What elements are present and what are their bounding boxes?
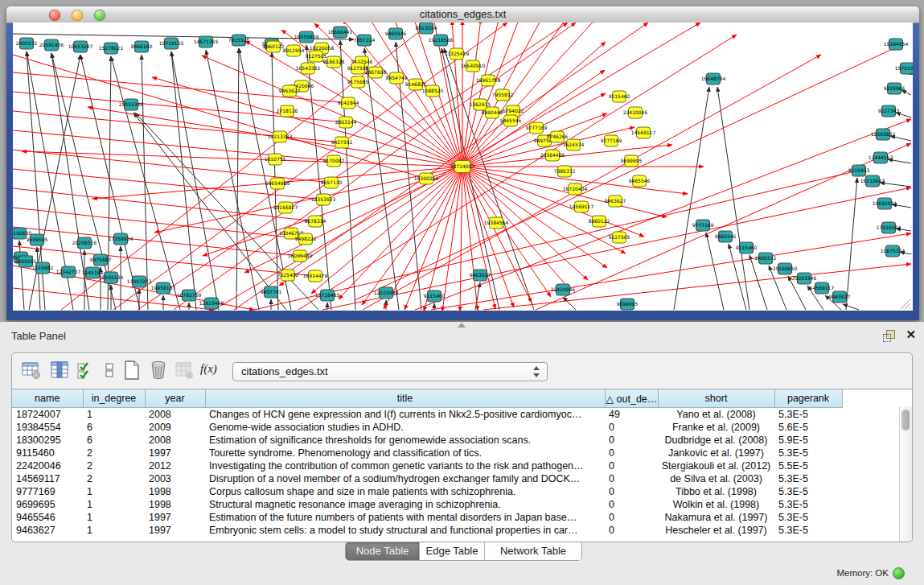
table-cell[interactable]: 1 (83, 524, 145, 537)
table-cell[interactable]: 1 (83, 511, 145, 524)
graph-node[interactable]: 12444153 (869, 152, 893, 163)
table-cell[interactable]: 5.3E-5 (774, 447, 842, 459)
table-cell[interactable]: Estimation of significance thresholds fo… (205, 434, 605, 447)
network-window-titlebar[interactable]: citations_edges.txt (6, 6, 919, 23)
table-vertical-scrollbar[interactable] (899, 406, 912, 542)
table-cell[interactable]: 0 (605, 498, 658, 511)
graph-node[interactable]: 10653287 (68, 41, 93, 52)
table-cell[interactable]: 0 (605, 524, 658, 537)
graph-node[interactable]: 8678314 (305, 216, 326, 227)
table-cell[interactable]: Hescheler et al. (1997) (658, 524, 774, 537)
table-cell[interactable]: 1997 (145, 447, 205, 459)
graph-node[interactable]: 19692971 (873, 198, 897, 209)
table-cell[interactable]: 2003 (145, 472, 205, 485)
graph-node[interactable]: 2405572 (16, 38, 38, 49)
column-header-name[interactable]: name (12, 389, 83, 408)
graph-node[interactable]: 9227343 (878, 105, 900, 117)
table-row[interactable]: 2242004622012Investigating the contribut… (12, 459, 900, 472)
tab-edge-table[interactable]: Edge Table (420, 542, 485, 560)
graph-node[interactable]: 29053346 (119, 99, 144, 110)
table-cell[interactable]: 9115460 (12, 447, 83, 459)
table-cell[interactable]: 0 (605, 421, 658, 434)
table-cell[interactable]: Tourette syndrome. Phenomenology and cla… (205, 447, 605, 459)
table-cell[interactable]: Stergiakouli et al. (2012) (658, 459, 774, 472)
table-cell[interactable]: 2012 (145, 459, 205, 472)
graph-node[interactable]: 14569117 (569, 201, 594, 212)
table-cell[interactable]: Structural magnetic resonance image aver… (205, 498, 605, 511)
graph-node[interactable]: 7625402 (277, 270, 299, 281)
graph-node[interactable]: 9127505 (609, 232, 630, 243)
table-cell[interactable]: Wolkin et al. (1998) (658, 498, 774, 511)
row-options-icon[interactable] (99, 360, 121, 382)
graph-node[interactable]: 12505135 (99, 272, 124, 283)
table-cell[interactable]: 1997 (145, 511, 205, 524)
table-cell[interactable]: de Silva et al. (2003) (658, 472, 774, 485)
table-cell[interactable]: Embryonic stem cells: a model to study s… (205, 524, 605, 537)
table-row[interactable]: 969969511998Structural magnetic resonanc… (12, 498, 900, 511)
graph-node[interactable]: 16666441 (328, 27, 353, 38)
graph-node[interactable]: 16648784 (701, 73, 726, 84)
table-cell[interactable]: Disruption of a novel member of a sodium… (205, 472, 605, 485)
graph-node[interactable]: 15751074 (895, 63, 913, 74)
table-cell[interactable]: 1 (83, 408, 145, 422)
graph-node[interactable]: 8657130 (321, 177, 343, 188)
table-cell[interactable]: 18724007 (12, 408, 83, 422)
table-cell[interactable]: 5.3E-5 (774, 498, 842, 511)
table-settings-icon[interactable] (21, 360, 43, 382)
table-cell[interactable]: 5.3E-5 (774, 511, 842, 524)
graph-node[interactable]: 8912954 (283, 45, 305, 56)
graph-node[interactable]: 1588520 (422, 85, 444, 97)
table-cell[interactable]: 0 (605, 434, 658, 447)
column-header-title[interactable]: title (205, 389, 605, 408)
graph-node[interactable]: 16640910 (461, 60, 486, 72)
table-cell[interactable]: 9699695 (12, 498, 83, 511)
table-row[interactable]: 977716911998Corpus callosum shape and si… (12, 485, 900, 498)
table-select-dropdown[interactable]: citations_edges.txt (232, 362, 548, 381)
table-cell[interactable]: Nakamura et al. (1997) (658, 511, 774, 524)
table-cell[interactable]: 5.3E-5 (774, 408, 842, 422)
table-row[interactable]: 911546021997Tourette syndrome. Phenomeno… (12, 447, 900, 459)
graph-node[interactable]: 8466160 (131, 41, 153, 52)
table-cell[interactable]: 2 (83, 447, 145, 459)
graph-node[interactable]: 7386372 (554, 166, 576, 177)
graph-node[interactable]: 16055809 (294, 31, 319, 43)
table-cell[interactable]: 2009 (145, 421, 205, 434)
graph-node[interactable]: 9329966 (884, 83, 906, 94)
table-cell[interactable]: 2 (83, 472, 145, 485)
table-cell[interactable]: 5.6E-5 (774, 421, 842, 434)
graph-node[interactable]: 9465546 (500, 115, 522, 126)
table-cell[interactable]: 6 (83, 434, 145, 447)
table-cell[interactable]: 5.3E-5 (774, 524, 842, 537)
graph-node[interactable]: 12342737 (56, 266, 81, 278)
table-row[interactable]: 946554611997Estimation of the future num… (12, 511, 900, 524)
graph-node[interactable]: 13325419 (445, 48, 470, 60)
table-cell[interactable]: 9777169 (12, 485, 83, 498)
graph-node[interactable]: 16961758 (476, 75, 501, 86)
graph-node[interactable]: 12353593 (311, 194, 336, 205)
table-cell[interactable]: 5.3E-5 (774, 472, 842, 485)
table-cell[interactable]: 0 (605, 485, 658, 498)
graph-node[interactable]: 15716485 (315, 290, 340, 301)
graph-node[interactable]: 16210643 (860, 175, 885, 187)
column-header-out_de[interactable]: △ out_de… (605, 389, 658, 408)
graph-node[interactable]: 19166827 (273, 202, 298, 213)
graph-node[interactable]: 12023448 (374, 287, 399, 299)
graph-node[interactable]: 9463627 (605, 196, 626, 207)
table-cell[interactable]: Estimation of the future numbers of pati… (205, 511, 605, 524)
table-cell[interactable]: Yano et al. (2008) (658, 408, 774, 422)
table-cell[interactable]: 1 (83, 498, 145, 511)
table-cell[interactable]: 0 (605, 511, 658, 524)
table-cell[interactable]: Corpus callosum shape and size in male p… (205, 485, 605, 498)
graph-node[interactable]: 1115682 (32, 262, 54, 274)
graph-node[interactable]: 7857224 (354, 35, 376, 46)
graph-node[interactable]: 7815526 (228, 35, 250, 46)
graph-node[interactable]: 2718126 (277, 105, 298, 117)
graph-node[interactable]: 9175685 (347, 76, 369, 88)
table-cell[interactable]: Franke et al. (2009) (658, 421, 774, 434)
graph-node[interactable]: 9465546 (715, 231, 737, 242)
graph-node[interactable]: 19384554 (884, 39, 909, 50)
graph-node[interactable]: 22420046 (623, 107, 648, 118)
graph-node[interactable]: 9242844 (338, 97, 359, 109)
function-builder-icon[interactable]: f(x) (200, 357, 223, 380)
graph-node[interactable]: 20206526 (72, 237, 97, 249)
